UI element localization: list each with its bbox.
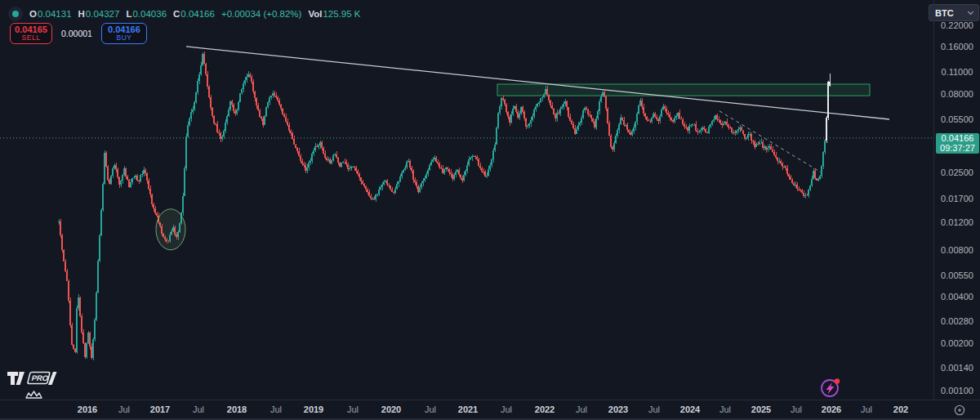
price-tick: 0.08000 [934,89,980,99]
price-tick: 0.16000 [934,42,980,51]
tradingview-pro-logo: PRO [7,369,64,400]
price-tick: 0.00800 [934,245,980,255]
ohlc-legend: O0.04131 H0.04327 L0.04036 C0.04166 +0.0… [8,7,360,21]
price-axis[interactable]: 0.220000.160000.110000.080000.055000.025… [933,0,980,400]
axis-settings-icon[interactable] [953,404,966,417]
time-tick: 2024 [680,404,700,414]
breakdown-dotted-trendline[interactable] [719,111,822,173]
accumulation-circle[interactable] [156,209,185,250]
price-tick: 0.01700 [934,194,980,203]
resistance-zone[interactable] [497,84,870,96]
time-tick: 2022 [535,404,555,414]
price-tick: 0.00140 [934,363,980,373]
candlestick-chart[interactable] [0,0,933,400]
time-tick: 2016 [78,404,97,414]
time-tick: 202 [893,404,908,414]
buy-label: BUY [116,34,131,42]
price-tick: 0.00400 [934,292,980,302]
sell-label: SELL [22,34,41,42]
time-tick: 2025 [751,404,771,414]
time-tick: Jul [118,404,130,414]
time-tick: Jul [576,404,587,414]
pro-badge: PRO [30,374,50,383]
time-tick: Jul [861,404,872,414]
time-tick: Jul [648,404,660,414]
close-label: C [173,9,180,19]
time-tick: 2021 [458,404,478,414]
high-value: 0.04327 [86,9,120,19]
price-tick: 0.01200 [934,217,980,227]
price-tick: 0.00550 [934,270,980,280]
buy-button[interactable]: 0.04166 BUY [101,23,147,44]
change-value: +0.00034 (+0.82%) [221,9,301,19]
last-price-value: 0.04166 [936,134,979,144]
time-axis[interactable]: 2016Jul2017Jul2018Jul2019Jul2020Jul2021J… [0,400,980,419]
price-tick: 0.05500 [934,114,980,124]
symbol-marker-icon[interactable] [8,7,23,21]
time-tick: 2020 [381,404,401,414]
time-tick: 2017 [150,404,170,414]
high-label: H [78,9,85,19]
crown-icon [26,391,42,398]
boost-flash-icon[interactable] [819,377,842,400]
time-tick: Jul [193,404,204,414]
price-tick: 0.02500 [934,168,980,177]
descending-trendline[interactable] [186,47,889,119]
volume-value: 125.95 K [323,9,360,19]
time-tick: Jul [791,404,802,414]
time-tick: Jul [347,404,359,414]
notification-dot [835,378,840,383]
trading-chart-window: O0.04131 H0.04327 L0.04036 C0.04166 +0.0… [0,0,980,420]
price-tick: 0.11000 [934,67,980,77]
close-value: 0.04166 [180,9,215,19]
time-tick: 2019 [304,404,323,414]
order-panel: 0.04165 SELL 0.00001 0.04166 BUY [10,23,147,44]
open-label: O [29,9,37,19]
low-label: L [126,9,131,19]
time-tick: Jul [270,404,282,414]
price-tick: 0.00100 [934,386,980,395]
last-price-label: 0.0416609:37:27 [936,133,979,154]
open-value: 0.04131 [38,9,72,19]
candles-layer [59,51,830,360]
time-tick: Jul [501,404,512,414]
volume-label: Vol [308,9,322,19]
price-tick: 0.00200 [934,338,980,348]
bar-countdown: 09:37:27 [936,144,979,154]
low-value: 0.04036 [132,9,167,19]
time-tick: 2018 [227,404,247,414]
time-tick: 2026 [822,404,841,414]
sell-button[interactable]: 0.04165 SELL [10,23,52,44]
time-tick: 2023 [608,404,628,414]
price-tick: 0.22000 [934,20,980,30]
time-tick: Jul [425,404,436,414]
time-tick: Jul [719,404,731,414]
price-tick: 0.00280 [934,316,980,326]
spread-value: 0.00001 [61,29,92,38]
